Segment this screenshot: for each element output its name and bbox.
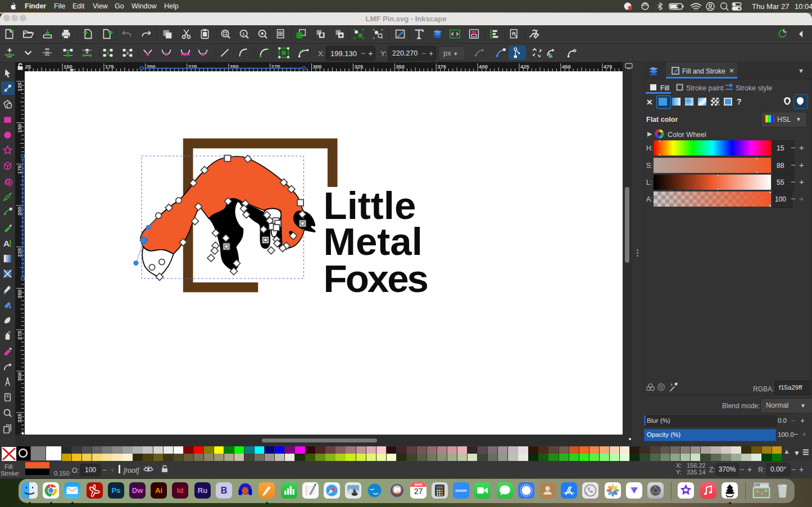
svg-text:1: 1 bbox=[242, 31, 245, 36]
svg-text:Foxes: Foxes bbox=[324, 257, 428, 300]
svg-text:A: A bbox=[3, 239, 10, 248]
